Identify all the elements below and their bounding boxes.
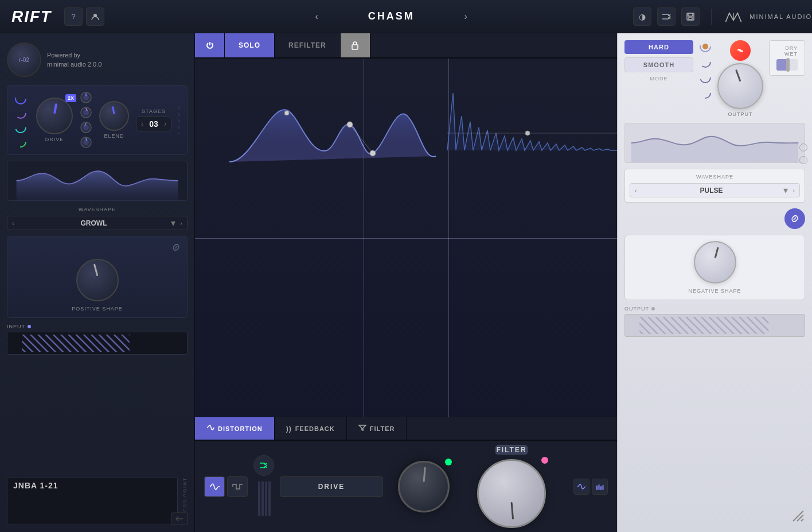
input-meter-section: INPUT <box>7 324 188 355</box>
link-icon[interactable] <box>171 242 181 254</box>
negative-shape-label: NEGATIVE SHAPE <box>689 288 741 294</box>
output-knob[interactable] <box>717 63 763 109</box>
signal-icon <box>730 40 751 61</box>
small-knob-2[interactable] <box>80 106 92 119</box>
solo-tab[interactable]: SOLO <box>225 33 275 57</box>
right-waveshape-dropdown[interactable]: ▾ <box>783 185 788 196</box>
right-waveshape-selector[interactable]: ‹ PULSE ▾ › <box>630 183 800 197</box>
bottom-right-icons <box>573 479 608 495</box>
distortion-tab[interactable]: DISTORTION <box>195 417 275 440</box>
right-top-row: HARD SMOOTH MODE <box>624 40 805 117</box>
blend-knob-group: BLEND <box>99 101 129 139</box>
bottom-nav-arrows <box>171 512 188 525</box>
arc-indicator-4 <box>14 135 27 148</box>
filter-tab[interactable]: FILTER <box>347 417 407 440</box>
lock-tab[interactable] <box>341 33 370 57</box>
waveshape-dropdown[interactable]: ▾ <box>171 218 175 228</box>
right-arc-2 <box>699 56 712 68</box>
save-button[interactable] <box>681 7 700 26</box>
right-waveshape-next[interactable]: › <box>790 186 797 195</box>
drive-blend-section: 2X DRIVE <box>7 85 188 155</box>
powered-by: Powered by minimal audio 2.0.0 <box>47 51 102 69</box>
smooth-mode-btn[interactable]: SMOOTH <box>624 57 693 72</box>
bars-btn[interactable] <box>592 479 608 495</box>
waveform-btn[interactable] <box>573 479 590 495</box>
filter-icon <box>358 424 366 433</box>
left-waveform-display <box>7 161 188 201</box>
drive-knob-indicator <box>445 459 452 465</box>
svg-point-38 <box>702 44 708 49</box>
user-button[interactable] <box>86 7 104 26</box>
waveshape-prev[interactable]: ‹ <box>10 219 17 228</box>
drive-button[interactable]: DRIVE <box>280 476 383 497</box>
right-arc-1 <box>699 40 712 53</box>
randomize-button[interactable] <box>253 455 274 476</box>
next-preset-button[interactable]: › <box>458 9 474 25</box>
power-tab[interactable] <box>195 33 225 57</box>
help-button[interactable]: ? <box>64 7 83 26</box>
feedback-tab[interactable]: )) FEEDBACK <box>275 417 347 440</box>
waveshape-next[interactable]: › <box>178 219 185 228</box>
right-panel: HARD SMOOTH MODE <box>617 33 812 532</box>
scroll-icon-1[interactable] <box>799 143 807 152</box>
small-knob-4[interactable] <box>80 136 92 149</box>
half-moon-button[interactable]: ◑ <box>633 7 651 26</box>
sine-wave-btn[interactable] <box>204 476 225 497</box>
input-meter-svg <box>10 335 185 352</box>
right-waveshape-label: WAVESHAPE <box>630 174 800 180</box>
right-meter-svg <box>627 317 802 334</box>
small-knobs-col <box>80 91 92 149</box>
stages-prev[interactable]: ‹ <box>141 120 143 128</box>
patch-id: JNBA 1-21 <box>13 481 171 490</box>
svg-rect-30 <box>261 481 264 516</box>
arc-indicator-1 <box>14 92 27 105</box>
square-wave-btn[interactable] <box>227 476 248 497</box>
input-meter-dot <box>28 325 31 328</box>
top-right-icons: ◑ <box>633 7 711 26</box>
main-visualization <box>195 59 617 417</box>
left-arrow-btn[interactable] <box>171 512 188 525</box>
drywet-thumb[interactable] <box>786 58 790 72</box>
left-panel: r-02 Powered by minimal audio 2.0.0 <box>0 33 195 532</box>
drive-knob[interactable] <box>36 98 73 134</box>
stages-next[interactable]: › <box>164 120 166 128</box>
svg-point-7 <box>15 137 26 147</box>
svg-point-12 <box>83 110 89 115</box>
drywet-section: DRY WET <box>769 40 805 76</box>
app-logo: RIFT <box>11 7 52 26</box>
svg-rect-32 <box>268 481 271 516</box>
input-meter-lines <box>7 332 187 354</box>
svg-point-28[interactable] <box>525 131 530 135</box>
hard-mode-btn[interactable]: HARD <box>624 40 693 54</box>
top-icons: ? <box>58 7 110 26</box>
arc-indicator-2 <box>14 107 27 119</box>
positive-shape-knob[interactable] <box>76 259 119 301</box>
output-label: OUTPUT <box>728 111 753 117</box>
prev-preset-button[interactable]: ‹ <box>309 9 325 25</box>
right-meter-dot <box>651 307 655 310</box>
main-drive-knob[interactable] <box>398 461 450 512</box>
right-waveshape-prev[interactable]: ‹ <box>633 186 639 195</box>
shuffle-button[interactable] <box>657 7 676 26</box>
drive-knob-group: 2X DRIVE <box>36 98 73 142</box>
arc-indicators <box>14 92 27 148</box>
wave-type-icons <box>204 476 248 497</box>
svg-point-18 <box>83 139 89 145</box>
refilter-tab[interactable]: REFILTER <box>275 33 341 57</box>
main-drive-knob-container <box>398 461 450 512</box>
waveshape-selector[interactable]: ‹ GROWL ▾ › <box>7 216 188 230</box>
hatched-area <box>178 106 180 134</box>
small-knob-1[interactable] <box>80 91 92 104</box>
scroll-icon-2[interactable] <box>799 156 807 164</box>
blend-knob[interactable] <box>99 101 129 131</box>
small-knob-3[interactable] <box>80 121 92 134</box>
right-arc-3 <box>699 71 712 84</box>
svg-point-25[interactable] <box>284 111 289 115</box>
output-section: OUTPUT <box>717 40 763 117</box>
filter-knob[interactable] <box>477 459 546 528</box>
drywet-slider[interactable] <box>776 59 798 71</box>
filter-button[interactable]: FILTER <box>495 445 527 455</box>
right-link-btn[interactable] <box>784 208 805 229</box>
right-meter-lines <box>625 314 805 336</box>
negative-shape-knob[interactable] <box>694 241 736 284</box>
